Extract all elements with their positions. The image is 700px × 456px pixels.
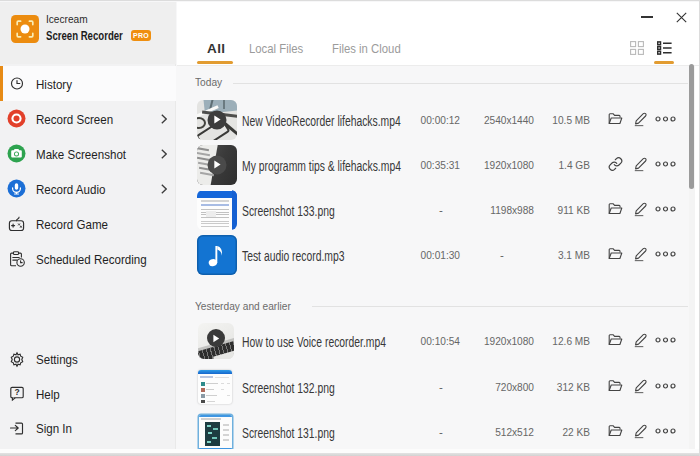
svg-text:?: ? xyxy=(14,387,19,397)
